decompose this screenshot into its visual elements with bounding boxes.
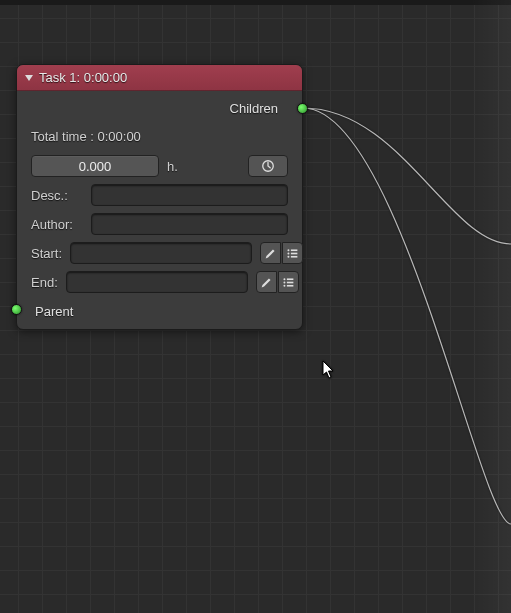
svg-rect-10	[287, 281, 294, 283]
clock-button[interactable]	[248, 155, 288, 177]
start-row: Start:	[31, 242, 288, 264]
hours-unit-label: h.	[167, 159, 187, 174]
pencil-icon	[260, 276, 273, 289]
start-edit-button[interactable]	[260, 242, 281, 264]
desc-label: Desc.:	[31, 188, 83, 203]
svg-rect-2	[291, 249, 298, 251]
output-socket-label: Children	[31, 101, 288, 116]
svg-point-11	[283, 284, 285, 286]
start-label: Start:	[31, 246, 62, 261]
end-label: End:	[31, 275, 58, 290]
svg-rect-8	[287, 278, 294, 280]
svg-rect-12	[287, 284, 294, 286]
total-time-label: Total time : 0:00:00	[31, 129, 288, 144]
pencil-icon	[264, 247, 277, 260]
clock-icon	[261, 159, 275, 173]
desc-row: Desc.:	[31, 184, 288, 206]
desc-input[interactable]	[91, 184, 288, 206]
list-icon	[286, 247, 299, 260]
end-buttons	[256, 271, 299, 293]
node-header[interactable]: Task 1: 0:00:00	[17, 65, 302, 91]
author-label: Author:	[31, 217, 83, 232]
node-body: Children Total time : 0:00:00 0.000 h. D…	[17, 91, 302, 329]
hours-row: 0.000 h.	[31, 155, 288, 177]
hours-value-field[interactable]: 0.000	[31, 155, 159, 177]
svg-rect-6	[291, 255, 298, 257]
collapse-triangle-icon[interactable]	[25, 75, 33, 81]
author-input[interactable]	[91, 213, 288, 235]
author-row: Author:	[31, 213, 288, 235]
input-socket-label: Parent	[31, 304, 288, 319]
start-input[interactable]	[70, 242, 252, 264]
viewport-right-glow	[471, 0, 511, 613]
svg-point-5	[288, 255, 290, 257]
end-edit-button[interactable]	[256, 271, 277, 293]
start-buttons	[260, 242, 303, 264]
end-input[interactable]	[66, 271, 248, 293]
end-row: End:	[31, 271, 288, 293]
start-list-button[interactable]	[282, 242, 303, 264]
end-list-button[interactable]	[278, 271, 299, 293]
svg-point-9	[283, 281, 285, 283]
node-title: Task 1: 0:00:00	[39, 70, 127, 85]
editor-top-edge	[0, 0, 511, 5]
list-icon	[282, 276, 295, 289]
svg-point-3	[288, 252, 290, 254]
svg-point-1	[288, 249, 290, 251]
svg-rect-4	[291, 252, 298, 254]
task-node[interactable]: Task 1: 0:00:00 Children Total time : 0:…	[16, 64, 303, 330]
svg-point-7	[283, 278, 285, 280]
